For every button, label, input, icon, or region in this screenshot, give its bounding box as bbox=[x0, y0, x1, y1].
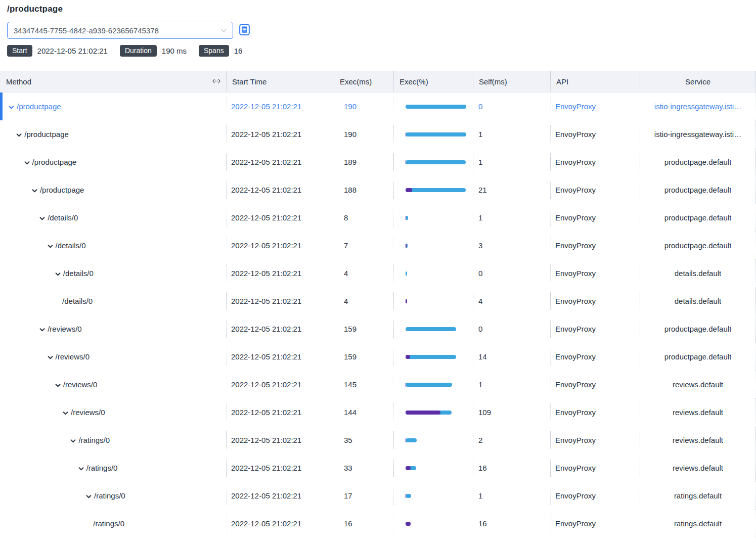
span-row[interactable]: /ratings/02022-12-05 21:02:213316EnvoyPr… bbox=[0, 454, 756, 482]
start-time-cell: 2022-12-05 21:02:21 bbox=[226, 510, 334, 537]
span-row[interactable]: /reviews/02022-12-05 21:02:2115914EnvoyP… bbox=[0, 343, 756, 371]
exec-percent-bar bbox=[406, 466, 416, 470]
self-ms-cell: 0 bbox=[473, 259, 550, 287]
chevron-down-icon[interactable] bbox=[47, 354, 54, 361]
api-cell: EnvoyProxy bbox=[550, 371, 640, 398]
chevron-down-icon[interactable] bbox=[55, 271, 61, 278]
trace-summary: Start 2022-12-05 21:02:21 Duration 190 m… bbox=[7, 45, 756, 57]
self-time-bar-segment bbox=[406, 132, 406, 136]
service-cell: istio-ingressgateway.isti… bbox=[640, 120, 756, 148]
span-row[interactable]: /reviews/02022-12-05 21:02:21144109Envoy… bbox=[0, 398, 756, 426]
api-cell: EnvoyProxy bbox=[550, 343, 640, 371]
start-time-cell: 2022-12-05 21:02:21 bbox=[226, 398, 334, 426]
self-time-bar-segment bbox=[406, 522, 411, 526]
self-time-bar-segment bbox=[406, 466, 411, 470]
start-time-cell: 2022-12-05 21:02:21 bbox=[226, 287, 334, 315]
start-time-cell: 2022-12-05 21:02:21 bbox=[226, 204, 334, 232]
exec-percent-bar bbox=[406, 411, 452, 415]
document-list-icon bbox=[238, 23, 251, 37]
span-row[interactable]: /details/02022-12-05 21:02:2181EnvoyProx… bbox=[0, 204, 756, 232]
chevron-down-icon bbox=[220, 27, 228, 34]
self-ms-cell: 1 bbox=[473, 120, 550, 148]
span-row[interactable]: /ratings/02022-12-05 21:02:21171EnvoyPro… bbox=[0, 482, 756, 510]
chevron-down-icon[interactable] bbox=[62, 410, 69, 417]
service-label: reviews.default bbox=[673, 436, 723, 444]
service-cell: productpage.default bbox=[640, 315, 756, 343]
start-time-cell: 2022-12-05 21:02:21 bbox=[226, 148, 334, 176]
trace-header: /productpage 34347445-7755-4842-a939-623… bbox=[0, 0, 756, 57]
column-header-start-time: Start Time bbox=[226, 71, 334, 92]
chevron-down-icon[interactable] bbox=[24, 160, 30, 166]
service-cell: reviews.default bbox=[640, 426, 756, 454]
trace-id-select[interactable]: 34347445-7755-4842-a939-623656745378 bbox=[7, 22, 233, 39]
method-cell: /details/0 bbox=[0, 259, 226, 287]
duration-label-badge: Duration bbox=[120, 45, 157, 57]
exec-ms-cell: 145 bbox=[334, 371, 393, 398]
chevron-down-icon[interactable] bbox=[85, 493, 92, 500]
column-resize-icon[interactable] bbox=[212, 77, 221, 86]
span-row[interactable]: /ratings/02022-12-05 21:02:21352EnvoyPro… bbox=[0, 426, 756, 454]
service-cell: reviews.default bbox=[640, 454, 756, 482]
service-cell: reviews.default bbox=[640, 371, 756, 398]
chevron-down-icon[interactable] bbox=[31, 188, 38, 194]
service-cell: details.default bbox=[640, 287, 756, 315]
self-time-bar-segment bbox=[406, 216, 406, 220]
chevron-down-icon[interactable] bbox=[70, 438, 76, 444]
method-cell: /ratings/0 bbox=[0, 510, 226, 537]
exec-ms-cell: 4 bbox=[334, 259, 393, 287]
trace-list-button[interactable] bbox=[238, 23, 251, 37]
span-row[interactable]: /productpage2022-12-05 21:02:211891Envoy… bbox=[0, 148, 756, 176]
chevron-down-icon[interactable] bbox=[39, 327, 46, 333]
chevron-down-icon[interactable] bbox=[8, 104, 15, 111]
service-cell: istio-ingressgateway.isti… bbox=[640, 93, 756, 120]
exec-percent-cell bbox=[393, 371, 473, 398]
exec-ms-cell: 8 bbox=[334, 204, 393, 232]
api-cell: EnvoyProxy bbox=[550, 315, 640, 343]
self-time-bar-segment bbox=[406, 160, 406, 164]
exec-ms-cell: 7 bbox=[334, 232, 393, 259]
method-cell: /productpage bbox=[0, 93, 226, 120]
chevron-down-icon[interactable] bbox=[55, 382, 61, 389]
exec-percent-cell bbox=[393, 148, 473, 176]
method-cell: /ratings/0 bbox=[0, 482, 226, 510]
span-row[interactable]: /ratings/02022-12-05 21:02:211616EnvoyPr… bbox=[0, 510, 756, 537]
span-row[interactable]: /reviews/02022-12-05 21:02:211590EnvoyPr… bbox=[0, 315, 756, 343]
method-label: /ratings/0 bbox=[93, 519, 124, 528]
span-row[interactable]: /reviews/02022-12-05 21:02:211451EnvoyPr… bbox=[0, 371, 756, 398]
self-ms-cell: 1 bbox=[473, 204, 550, 232]
start-time-cell: 2022-12-05 21:02:21 bbox=[226, 371, 334, 398]
column-header-exec-ms: Exec(ms) bbox=[334, 71, 393, 92]
service-label: ratings.default bbox=[674, 519, 722, 528]
exec-percent-bar bbox=[406, 271, 407, 276]
page-title: /productpage bbox=[7, 4, 756, 14]
exec-percent-bar bbox=[406, 327, 456, 331]
self-ms-cell: 109 bbox=[473, 398, 550, 426]
chevron-down-icon[interactable] bbox=[39, 215, 46, 222]
service-label: productpage.default bbox=[664, 158, 732, 166]
service-cell: reviews.default bbox=[640, 398, 756, 426]
span-row[interactable]: /productpage2022-12-05 21:02:2118821Envo… bbox=[0, 176, 756, 204]
span-row[interactable]: /details/02022-12-05 21:02:2144EnvoyProx… bbox=[0, 287, 756, 315]
chevron-down-icon[interactable] bbox=[16, 132, 22, 139]
chevron-down-icon[interactable] bbox=[78, 466, 84, 472]
self-ms-cell: 3 bbox=[473, 232, 550, 259]
api-cell: EnvoyProxy bbox=[550, 398, 640, 426]
chevron-down-icon[interactable] bbox=[47, 243, 54, 250]
duration-value: 190 ms bbox=[162, 47, 187, 55]
start-label-badge: Start bbox=[7, 45, 32, 57]
span-row[interactable]: /details/02022-12-05 21:02:2140EnvoyProx… bbox=[0, 259, 756, 287]
exec-percent-cell bbox=[393, 510, 473, 537]
service-label: details.default bbox=[675, 269, 722, 278]
api-cell: EnvoyProxy bbox=[550, 510, 640, 537]
self-ms-cell: 0 bbox=[473, 93, 550, 120]
service-cell: productpage.default bbox=[640, 232, 756, 259]
start-time-cell: 2022-12-05 21:02:21 bbox=[226, 482, 334, 510]
method-label: /ratings/0 bbox=[94, 491, 125, 500]
span-row[interactable]: /productpage2022-12-05 21:02:211900Envoy… bbox=[0, 93, 756, 120]
api-cell: EnvoyProxy bbox=[550, 259, 640, 287]
method-label: /productpage bbox=[40, 186, 84, 194]
span-row[interactable]: /details/02022-12-05 21:02:2173EnvoyProx… bbox=[0, 232, 756, 259]
span-table-header: Method Start Time Exec(ms) Exec(%) Self(… bbox=[0, 71, 756, 93]
exec-ms-cell: 144 bbox=[334, 398, 393, 426]
span-row[interactable]: /productpage2022-12-05 21:02:211901Envoy… bbox=[0, 120, 756, 148]
